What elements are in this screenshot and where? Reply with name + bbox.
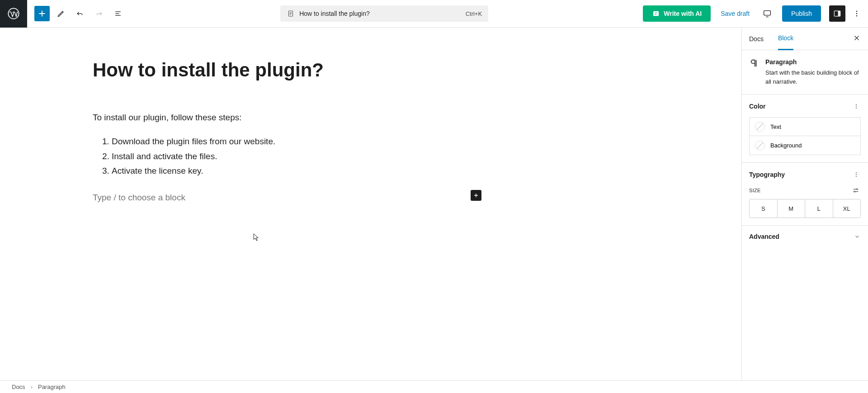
svg-point-10	[856, 106, 857, 107]
more-vert-icon	[853, 171, 860, 178]
document-overview-button[interactable]	[110, 6, 126, 21]
svg-point-16	[856, 176, 857, 177]
plus-icon	[37, 9, 47, 19]
color-label: Background	[770, 142, 802, 149]
shortcut-hint: Ctrl+K	[466, 10, 482, 17]
none-icon	[755, 122, 765, 132]
color-section: Color Text Background	[742, 95, 868, 163]
block-name: Paragraph	[765, 58, 861, 66]
page-icon	[287, 9, 295, 18]
svg-point-6	[856, 11, 858, 12]
advanced-heading: Advanced	[749, 233, 779, 240]
breadcrumb-root[interactable]: Docs	[12, 384, 25, 390]
publish-button[interactable]: Publish	[782, 5, 821, 22]
size-l-button[interactable]: L	[805, 199, 833, 218]
svg-point-17	[856, 189, 858, 190]
list-item[interactable]: Activate the license key.	[112, 164, 481, 178]
more-vert-icon	[853, 103, 860, 110]
tab-docs[interactable]: Docs	[749, 28, 764, 50]
no-color-swatch	[755, 122, 765, 132]
settings-sidebar-toggle[interactable]	[829, 5, 845, 22]
svg-point-18	[854, 191, 855, 192]
chevron-down-icon	[854, 233, 861, 240]
block-appender-input[interactable]	[93, 193, 481, 203]
tab-block[interactable]: Block	[778, 27, 793, 50]
document-bar[interactable]: How to install the plugin? Ctrl+K	[280, 5, 488, 22]
svg-rect-2	[653, 11, 659, 16]
tools-button[interactable]	[53, 6, 69, 21]
svg-rect-5	[838, 11, 840, 16]
main-area: How to install the plugin? To install ou…	[0, 28, 868, 380]
typography-heading: Typography	[749, 171, 785, 178]
intro-paragraph[interactable]: To install our plugin, follow these step…	[93, 111, 481, 124]
write-with-ai-button[interactable]: Write with AI	[643, 5, 711, 22]
typography-options-button[interactable]	[852, 170, 861, 179]
custom-size-toggle[interactable]	[851, 185, 861, 195]
svg-rect-3	[764, 11, 771, 15]
color-options-button[interactable]	[852, 102, 861, 111]
sidebar-icon	[833, 9, 842, 18]
none-icon	[755, 141, 765, 151]
document-bar-title: How to install the plugin?	[299, 10, 370, 17]
undo-button[interactable]	[72, 6, 88, 21]
editor-canvas[interactable]: How to install the plugin? To install ou…	[0, 28, 741, 380]
more-options-button[interactable]	[849, 6, 864, 21]
size-button-group: S M L XL	[749, 199, 861, 218]
breadcrumb: Docs › Paragraph	[0, 380, 868, 393]
list-item[interactable]: Download the plugin files from our websi…	[112, 134, 481, 149]
post-title[interactable]: How to install the plugin?	[93, 59, 481, 81]
size-xl-button[interactable]: XL	[833, 199, 861, 218]
svg-point-9	[856, 104, 857, 105]
settings-sidebar: Docs Block Paragraph Start with the basi…	[741, 28, 868, 380]
ai-icon	[652, 9, 660, 18]
wp-logo[interactable]	[0, 0, 27, 28]
steps-list[interactable]: Download the plugin files from our websi…	[93, 134, 481, 178]
svg-point-8	[856, 15, 858, 17]
close-icon	[853, 34, 861, 42]
block-description: Paragraph Start with the basic building …	[742, 50, 868, 95]
block-description-text: Start with the basic building block of a…	[765, 68, 861, 86]
top-toolbar: How to install the plugin? Ctrl+K Write …	[0, 0, 868, 28]
list-item[interactable]: Install and activate the files.	[112, 149, 481, 164]
no-color-swatch	[755, 141, 765, 151]
plus-icon	[472, 192, 480, 199]
typography-section: Typography SIZE S M L XL	[742, 163, 868, 226]
svg-point-11	[856, 108, 857, 109]
background-color-control[interactable]: Background	[749, 136, 861, 155]
size-s-button[interactable]: S	[750, 199, 778, 218]
write-with-ai-label: Write with AI	[664, 10, 702, 17]
desktop-icon	[762, 9, 772, 19]
empty-paragraph-block[interactable]	[93, 193, 481, 203]
redo-icon	[94, 9, 104, 18]
svg-point-15	[856, 174, 857, 175]
redo-button[interactable]	[91, 6, 107, 21]
add-block-button[interactable]	[34, 6, 50, 21]
undo-icon	[75, 9, 85, 18]
advanced-section-toggle[interactable]: Advanced	[742, 226, 868, 247]
inline-inserter-button[interactable]	[471, 190, 481, 201]
text-color-control[interactable]: Text	[749, 117, 861, 136]
close-sidebar-button[interactable]	[850, 31, 863, 46]
chevron-right-icon: ›	[31, 384, 33, 390]
sidebar-tabs: Docs Block	[742, 28, 868, 50]
breadcrumb-current[interactable]: Paragraph	[38, 384, 66, 390]
paragraph-icon	[749, 58, 759, 68]
more-vert-icon	[852, 9, 861, 18]
svg-point-14	[856, 172, 857, 173]
pencil-icon	[57, 9, 66, 18]
svg-line-13	[757, 142, 763, 149]
save-draft-button[interactable]: Save draft	[714, 10, 756, 17]
sliders-icon	[852, 187, 859, 194]
wordpress-icon	[7, 7, 20, 20]
size-label: SIZE	[749, 188, 761, 193]
list-view-icon	[113, 9, 123, 18]
svg-line-12	[757, 123, 763, 130]
color-heading: Color	[749, 103, 766, 110]
color-label: Text	[770, 123, 781, 130]
size-m-button[interactable]: M	[778, 199, 806, 218]
preview-button[interactable]	[760, 6, 775, 21]
svg-point-7	[856, 13, 858, 14]
